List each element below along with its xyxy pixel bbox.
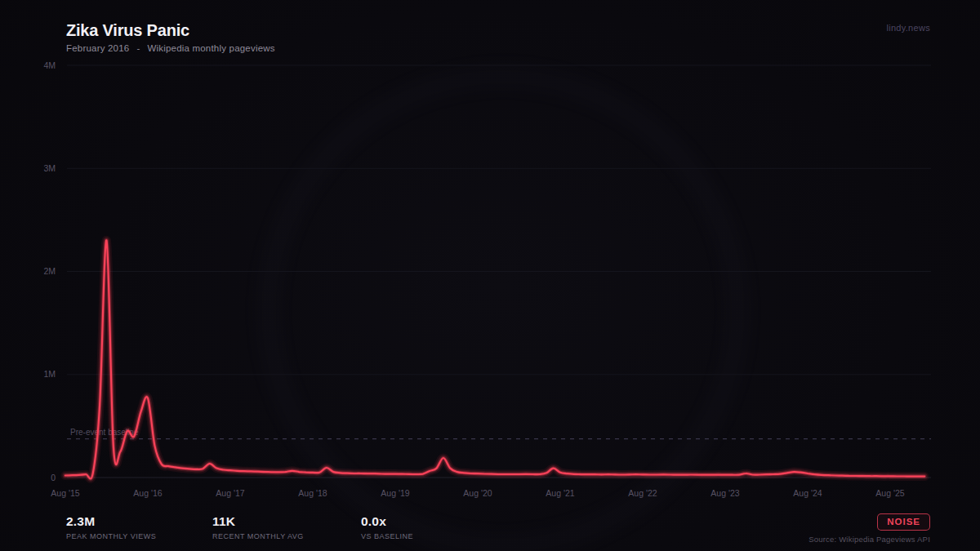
x-axis-tick-label: Aug '21: [546, 488, 574, 498]
x-axis-tick-label: Aug '20: [463, 488, 492, 498]
stat-value: 0.0x: [361, 514, 413, 529]
zika-pageviews-dashboard: Zika Virus Panic February 2016 - Wikiped…: [0, 0, 980, 551]
pageviews-chart: 01M2M3M4MAug '15Aug '16Aug '17Aug '18Aug…: [0, 0, 980, 551]
pageviews-line: [65, 240, 924, 478]
y-axis-tick-label: 3M: [43, 163, 56, 173]
series-inner-glow: [65, 240, 924, 478]
x-axis-tick-label: Aug '16: [133, 488, 162, 498]
x-axis-tick-label: Aug '23: [710, 488, 739, 498]
data-source-attribution: Source: Wikipedia Pageviews API: [808, 535, 930, 544]
y-axis-tick-label: 0: [51, 473, 56, 482]
stat-label: VS BASELINE: [361, 532, 413, 540]
stat-label: RECENT MONTHLY AVG: [212, 532, 304, 540]
x-axis-tick-label: Aug '18: [298, 488, 327, 498]
stats-row: 2.3M PEAK MONTHLY VIEWS 11K RECENT MONTH…: [0, 514, 980, 551]
y-axis-tick-label: 1M: [43, 369, 56, 379]
noise-status-badge: NOISE: [877, 513, 930, 531]
x-axis-tick-label: Aug '22: [628, 488, 657, 498]
x-axis-tick-label: Aug '19: [381, 488, 409, 498]
y-axis-tick-label: 2M: [43, 266, 56, 276]
stat-vs-baseline: 0.0x VS BASELINE: [361, 514, 413, 540]
stat-peak-views: 2.3M PEAK MONTHLY VIEWS: [66, 514, 156, 540]
x-axis-tick-label: Aug '17: [216, 488, 244, 498]
y-axis-tick-label: 4M: [43, 60, 56, 70]
stat-value: 11K: [212, 514, 304, 529]
x-axis-tick-label: Aug '15: [51, 488, 79, 498]
stat-label: PEAK MONTHLY VIEWS: [66, 532, 156, 540]
series-glow: [65, 240, 924, 478]
x-axis-tick-label: Aug '24: [793, 488, 822, 498]
x-axis-tick-label: Aug '25: [875, 488, 904, 498]
stat-recent-avg: 11K RECENT MONTHLY AVG: [212, 514, 304, 540]
series-outer-glow: [65, 240, 924, 478]
stat-value: 2.3M: [66, 514, 156, 529]
